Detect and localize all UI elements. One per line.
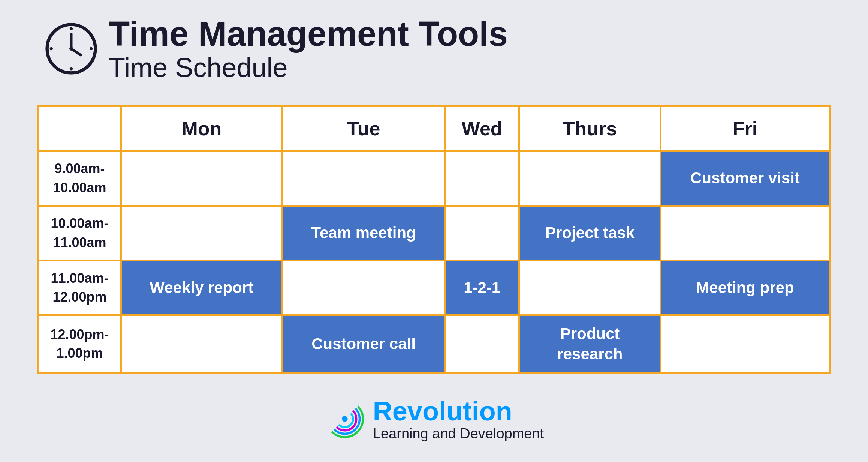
cell-thurs-12: Productresearch — [519, 315, 660, 373]
cell-fri-12 — [660, 315, 829, 373]
cell-thurs-9 — [519, 151, 660, 206]
cell-wed-10 — [445, 206, 519, 261]
cell-fri-11: Meeting prep — [660, 260, 829, 315]
time-label: 11.00am-12.00pm — [39, 260, 121, 315]
cell-tue-9 — [282, 151, 445, 206]
schedule-container: Mon Tue Wed Thurs Fri 9.00am-10.00am Cus… — [22, 105, 846, 374]
table-row: 9.00am-10.00am Customer visit — [39, 151, 830, 206]
header-row: Mon Tue Wed Thurs Fri — [39, 106, 830, 151]
day-fri: Fri — [660, 106, 829, 151]
cell-tue-10: Team meeting — [282, 206, 445, 261]
day-mon: Mon — [121, 106, 283, 151]
main-title: Time Management Tools — [109, 15, 508, 53]
revolution-logo-icon — [324, 398, 365, 440]
page-wrapper: Time Management Tools Time Schedule Mon … — [22, 15, 846, 442]
cell-tue-11 — [282, 260, 445, 315]
cell-mon-11: Weekly report — [121, 260, 283, 315]
cell-fri-10 — [660, 206, 829, 261]
cell-mon-12 — [121, 315, 283, 373]
cell-mon-10 — [121, 206, 283, 261]
table-row: 10.00am-11.00am Team meeting Project tas… — [39, 206, 830, 261]
sub-title: Time Schedule — [109, 53, 508, 82]
day-tue: Tue — [282, 106, 445, 151]
cell-wed-11: 1-2-1 — [445, 260, 519, 315]
svg-point-7 — [50, 47, 53, 50]
svg-point-12 — [342, 416, 347, 422]
table-row: 12.00pm-1.00pm Customer call Productrese… — [39, 315, 830, 373]
table-row: 11.00am-12.00pm Weekly report 1-2-1 Meet… — [39, 260, 830, 315]
cell-wed-9 — [445, 151, 519, 206]
svg-point-5 — [90, 47, 93, 50]
day-thurs: Thurs — [519, 106, 660, 151]
cell-thurs-11 — [519, 260, 660, 315]
svg-point-6 — [70, 67, 73, 70]
time-label: 12.00pm-1.00pm — [39, 315, 121, 373]
schedule-table: Mon Tue Wed Thurs Fri 9.00am-10.00am Cus… — [37, 105, 831, 374]
cell-thurs-10: Project task — [519, 206, 660, 261]
cell-mon-9 — [121, 151, 283, 206]
title-group: Time Management Tools Time Schedule — [109, 15, 508, 82]
clock-icon — [45, 22, 97, 75]
day-wed: Wed — [445, 106, 519, 151]
cell-wed-12 — [445, 315, 519, 373]
empty-header — [39, 106, 121, 151]
logo-text-group: Revolution Learning and Development — [373, 396, 544, 442]
time-label: 9.00am-10.00am — [39, 151, 121, 206]
header: Time Management Tools Time Schedule — [22, 15, 508, 82]
svg-point-3 — [69, 47, 73, 51]
time-label: 10.00am-11.00am — [39, 206, 121, 261]
svg-point-4 — [70, 27, 73, 30]
cell-fri-9: Customer visit — [660, 151, 829, 206]
cell-tue-12: Customer call — [282, 315, 445, 373]
logo-revolution-text: Revolution — [373, 396, 544, 426]
logo-sub-text: Learning and Development — [373, 426, 544, 442]
footer-logo: Revolution Learning and Development — [22, 396, 846, 442]
